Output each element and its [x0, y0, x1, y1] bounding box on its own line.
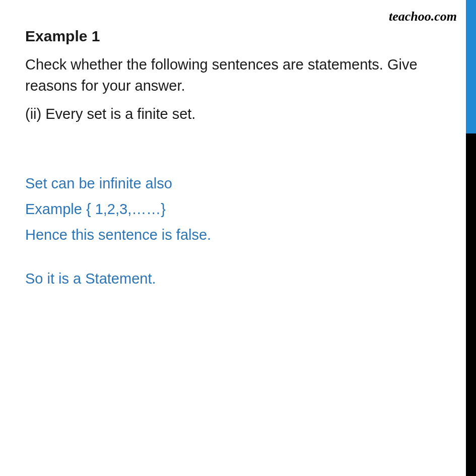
answer-line-1: Set can be infinite also	[25, 172, 428, 195]
document-content: Example 1 Check whether the following se…	[0, 0, 453, 290]
watermark-text: teachoo.com	[389, 9, 457, 24]
question-sub-text: (ii) Every set is a finite set.	[25, 103, 428, 124]
side-accent-black	[466, 133, 476, 476]
answer-conclusion: So it is a Statement.	[25, 267, 428, 290]
side-accent-blue	[466, 0, 476, 133]
answer-line-3: Hence this sentence is false.	[25, 224, 428, 246]
answer-line-2: Example { 1,2,3,……}	[25, 198, 428, 221]
question-main-text: Check whether the following sentences ar…	[25, 54, 428, 96]
example-heading: Example 1	[25, 28, 428, 45]
